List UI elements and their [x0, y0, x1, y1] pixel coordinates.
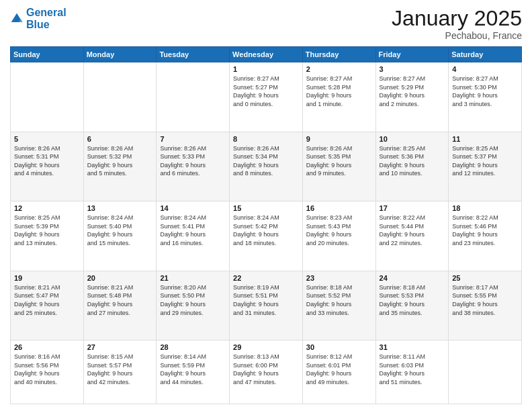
col-thursday: Thursday: [302, 47, 375, 62]
day-number: 25: [452, 274, 518, 282]
day-number: 30: [306, 343, 372, 351]
day-number: 2: [306, 65, 372, 73]
day-info: Sunrise: 8:27 AMSunset: 5:27 PMDaylight:…: [233, 75, 299, 108]
day-info: Sunrise: 8:21 AMSunset: 5:48 PMDaylight:…: [87, 283, 153, 317]
day-number: 9: [306, 135, 372, 143]
day-info: Sunrise: 8:25 AMSunset: 5:39 PMDaylight:…: [14, 214, 80, 247]
logo: General Blue: [10, 7, 66, 30]
day-cell: 27Sunrise: 8:15 AMSunset: 5:57 PMDayligh…: [83, 340, 157, 404]
day-cell: 15Sunrise: 8:24 AMSunset: 5:42 PMDayligh…: [230, 201, 303, 271]
day-info: Sunrise: 8:17 AMSunset: 5:55 PMDaylight:…: [452, 283, 518, 317]
day-number: 5: [14, 135, 80, 143]
day-info: Sunrise: 8:21 AMSunset: 5:47 PMDaylight:…: [14, 283, 80, 317]
calendar: Sunday Monday Tuesday Wednesday Thursday…: [10, 46, 522, 404]
day-cell: 28Sunrise: 8:14 AMSunset: 5:59 PMDayligh…: [157, 340, 230, 404]
week-row-3: 12Sunrise: 8:25 AMSunset: 5:39 PMDayligh…: [11, 201, 522, 271]
day-cell: 26Sunrise: 8:16 AMSunset: 5:56 PMDayligh…: [11, 340, 84, 404]
day-cell: 23Sunrise: 8:18 AMSunset: 5:52 PMDayligh…: [302, 271, 375, 340]
day-info: Sunrise: 8:16 AMSunset: 5:56 PMDaylight:…: [14, 353, 80, 386]
day-cell: 22Sunrise: 8:19 AMSunset: 5:51 PMDayligh…: [230, 271, 303, 340]
logo-text: General Blue: [26, 7, 66, 30]
day-info: Sunrise: 8:11 AMSunset: 6:03 PMDaylight:…: [380, 353, 445, 386]
day-number: 14: [160, 204, 226, 212]
day-cell: 29Sunrise: 8:13 AMSunset: 6:00 PMDayligh…: [230, 340, 303, 404]
title-block: January 2025 Pechabou, France: [392, 7, 522, 41]
week-row-5: 26Sunrise: 8:16 AMSunset: 5:56 PMDayligh…: [11, 340, 522, 404]
day-info: Sunrise: 8:14 AMSunset: 5:59 PMDaylight:…: [160, 353, 226, 386]
header: General Blue January 2025 Pechabou, Fran…: [10, 7, 522, 41]
day-number: 1: [233, 65, 299, 73]
day-info: Sunrise: 8:24 AMSunset: 5:40 PMDaylight:…: [87, 214, 153, 247]
day-info: Sunrise: 8:26 AMSunset: 5:33 PMDaylight:…: [160, 144, 226, 178]
week-row-4: 19Sunrise: 8:21 AMSunset: 5:47 PMDayligh…: [11, 271, 522, 340]
day-number: 29: [233, 343, 299, 351]
day-cell: 25Sunrise: 8:17 AMSunset: 5:55 PMDayligh…: [449, 271, 522, 340]
day-number: 7: [160, 135, 226, 143]
day-number: 8: [233, 135, 299, 143]
day-cell: 30Sunrise: 8:12 AMSunset: 6:01 PMDayligh…: [302, 340, 375, 404]
day-info: Sunrise: 8:24 AMSunset: 5:42 PMDaylight:…: [233, 214, 299, 247]
day-number: 26: [14, 343, 80, 351]
day-info: Sunrise: 8:13 AMSunset: 6:00 PMDaylight:…: [233, 353, 299, 386]
day-cell: 14Sunrise: 8:24 AMSunset: 5:41 PMDayligh…: [157, 201, 230, 271]
day-number: 15: [233, 204, 299, 212]
day-cell: 10Sunrise: 8:25 AMSunset: 5:36 PMDayligh…: [375, 132, 449, 201]
day-number: 6: [87, 135, 153, 143]
week-row-1: 1Sunrise: 8:27 AMSunset: 5:27 PMDaylight…: [11, 62, 522, 132]
col-tuesday: Tuesday: [157, 47, 230, 62]
day-cell: 3Sunrise: 8:27 AMSunset: 5:29 PMDaylight…: [375, 62, 449, 132]
day-cell: [83, 62, 157, 132]
day-number: 23: [306, 274, 372, 282]
day-info: Sunrise: 8:25 AMSunset: 5:37 PMDaylight:…: [452, 144, 518, 178]
day-number: 19: [14, 274, 80, 282]
day-info: Sunrise: 8:18 AMSunset: 5:53 PMDaylight:…: [380, 283, 445, 317]
day-number: 4: [452, 65, 518, 73]
day-number: 31: [380, 343, 445, 351]
day-cell: 13Sunrise: 8:24 AMSunset: 5:40 PMDayligh…: [83, 201, 157, 271]
page: General Blue January 2025 Pechabou, Fran…: [0, 0, 532, 411]
day-cell: 16Sunrise: 8:23 AMSunset: 5:43 PMDayligh…: [302, 201, 375, 271]
day-number: 13: [87, 204, 153, 212]
day-info: Sunrise: 8:18 AMSunset: 5:52 PMDaylight:…: [306, 283, 372, 317]
day-cell: [157, 62, 230, 132]
day-number: 20: [87, 274, 153, 282]
day-number: 11: [452, 135, 518, 143]
col-monday: Monday: [83, 47, 157, 62]
day-cell: 18Sunrise: 8:22 AMSunset: 5:46 PMDayligh…: [449, 201, 522, 271]
day-cell: 6Sunrise: 8:26 AMSunset: 5:32 PMDaylight…: [83, 132, 157, 201]
day-number: 22: [233, 274, 299, 282]
day-info: Sunrise: 8:26 AMSunset: 5:35 PMDaylight:…: [306, 144, 372, 178]
day-number: 24: [380, 274, 445, 282]
day-cell: 19Sunrise: 8:21 AMSunset: 5:47 PMDayligh…: [11, 271, 84, 340]
day-cell: 2Sunrise: 8:27 AMSunset: 5:28 PMDaylight…: [302, 62, 375, 132]
day-info: Sunrise: 8:15 AMSunset: 5:57 PMDaylight:…: [87, 353, 153, 386]
day-cell: 24Sunrise: 8:18 AMSunset: 5:53 PMDayligh…: [375, 271, 449, 340]
day-number: 16: [306, 204, 372, 212]
day-cell: 4Sunrise: 8:27 AMSunset: 5:30 PMDaylight…: [449, 62, 522, 132]
day-cell: [449, 340, 522, 404]
day-info: Sunrise: 8:24 AMSunset: 5:41 PMDaylight:…: [160, 214, 226, 247]
day-info: Sunrise: 8:26 AMSunset: 5:32 PMDaylight:…: [87, 144, 153, 178]
day-cell: 31Sunrise: 8:11 AMSunset: 6:03 PMDayligh…: [375, 340, 449, 404]
month-title: January 2025: [392, 7, 522, 30]
day-number: 17: [380, 204, 445, 212]
day-info: Sunrise: 8:27 AMSunset: 5:30 PMDaylight:…: [452, 75, 518, 108]
day-cell: 5Sunrise: 8:26 AMSunset: 5:31 PMDaylight…: [11, 132, 84, 201]
day-info: Sunrise: 8:19 AMSunset: 5:51 PMDaylight:…: [233, 283, 299, 317]
day-cell: 17Sunrise: 8:22 AMSunset: 5:44 PMDayligh…: [375, 201, 449, 271]
day-info: Sunrise: 8:20 AMSunset: 5:50 PMDaylight:…: [160, 283, 226, 317]
day-number: 18: [452, 204, 518, 212]
col-wednesday: Wednesday: [230, 47, 303, 62]
day-info: Sunrise: 8:26 AMSunset: 5:31 PMDaylight:…: [14, 144, 80, 178]
day-number: 3: [380, 65, 445, 73]
day-cell: 20Sunrise: 8:21 AMSunset: 5:48 PMDayligh…: [83, 271, 157, 340]
day-info: Sunrise: 8:26 AMSunset: 5:34 PMDaylight:…: [233, 144, 299, 178]
logo-blue: Blue: [26, 19, 66, 31]
col-friday: Friday: [375, 47, 449, 62]
day-number: 12: [14, 204, 80, 212]
day-number: 28: [160, 343, 226, 351]
location: Pechabou, France: [392, 30, 522, 41]
day-cell: 9Sunrise: 8:26 AMSunset: 5:35 PMDaylight…: [302, 132, 375, 201]
day-cell: 11Sunrise: 8:25 AMSunset: 5:37 PMDayligh…: [449, 132, 522, 201]
logo-icon: [10, 12, 24, 26]
